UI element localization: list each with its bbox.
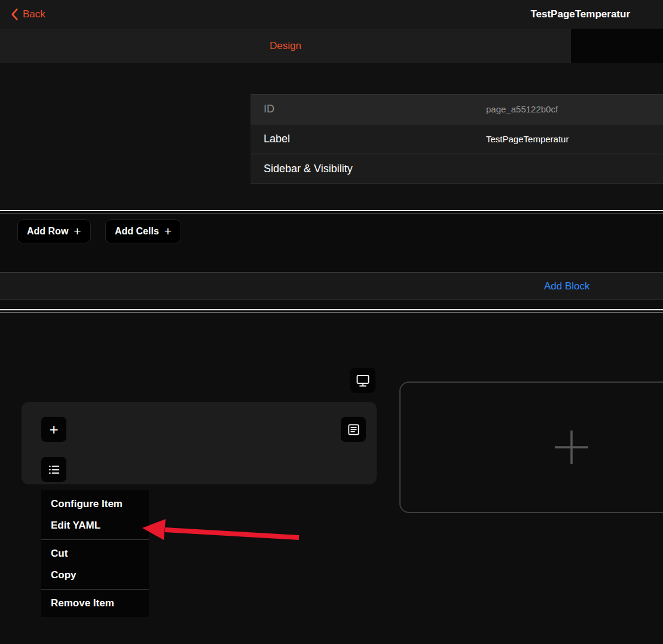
hairline-2 — [0, 300, 663, 300]
list-menu-icon — [47, 463, 61, 477]
divider-bright-2 — [0, 309, 663, 310]
plus-icon: + — [74, 225, 81, 237]
article-icon — [347, 423, 360, 437]
add-row-label: Add Row — [27, 226, 68, 237]
label-label: Label — [264, 133, 290, 145]
article-widget-button[interactable] — [341, 417, 366, 442]
menu-group: Remove Item — [41, 590, 149, 617]
menu-item-copy[interactable]: Copy — [41, 564, 149, 586]
widget-card[interactable] — [22, 402, 377, 484]
divider-dim-1 — [0, 213, 663, 213]
item-menu-button[interactable] — [41, 457, 66, 482]
menu-item-cut[interactable]: Cut — [41, 543, 149, 564]
back-label: Back — [23, 8, 45, 20]
plus-icon: + — [164, 225, 172, 237]
add-item-button[interactable]: + — [41, 417, 66, 442]
menu-item-remove-item[interactable]: Remove Item — [41, 593, 149, 614]
label-value: TestPageTemperatur — [486, 134, 569, 144]
page-settings-form: ID page_a55122b0cf Label TestPageTempera… — [250, 94, 663, 184]
add-row-button[interactable]: Add Row + — [18, 220, 90, 243]
layout-toolbar-section — [0, 214, 663, 272]
menu-item-edit-yaml[interactable]: Edit YAML — [41, 515, 149, 536]
monitor-icon — [356, 373, 370, 387]
form-row-id[interactable]: ID page_a55122b0cf — [250, 94, 663, 124]
page-title: TestPageTemperatur — [530, 0, 630, 29]
add-cells-label: Add Cells — [115, 226, 159, 237]
menu-group: Configure Item Edit YAML — [41, 490, 149, 539]
back-button[interactable]: Back — [11, 0, 45, 29]
divider-dim-2 — [0, 312, 663, 313]
form-row-sidebar-visibility[interactable]: Sidebar & Visibility — [250, 154, 663, 184]
divider-bright-1 — [0, 210, 663, 211]
menu-group: Cut Copy — [41, 540, 149, 589]
id-value: page_a55122b0cf — [486, 104, 558, 114]
id-label: ID — [264, 103, 274, 115]
add-widget-card[interactable] — [399, 381, 663, 513]
add-cells-button[interactable]: Add Cells + — [106, 220, 181, 243]
right-panel — [571, 29, 663, 63]
display-mode-button[interactable] — [350, 368, 375, 393]
item-context-menu: Configure Item Edit YAML Cut Copy Remove… — [41, 490, 149, 617]
form-row-label[interactable]: Label TestPageTemperatur — [250, 124, 663, 154]
plus-large-icon — [552, 428, 591, 466]
tab-design[interactable]: Design — [0, 29, 571, 63]
add-block-link[interactable]: Add Block — [544, 273, 590, 300]
plus-icon: + — [49, 420, 58, 439]
menu-item-configure-item[interactable]: Configure Item — [41, 493, 149, 515]
sidebar-visibility-label: Sidebar & Visibility — [264, 163, 353, 175]
chevron-left-icon — [11, 8, 19, 21]
